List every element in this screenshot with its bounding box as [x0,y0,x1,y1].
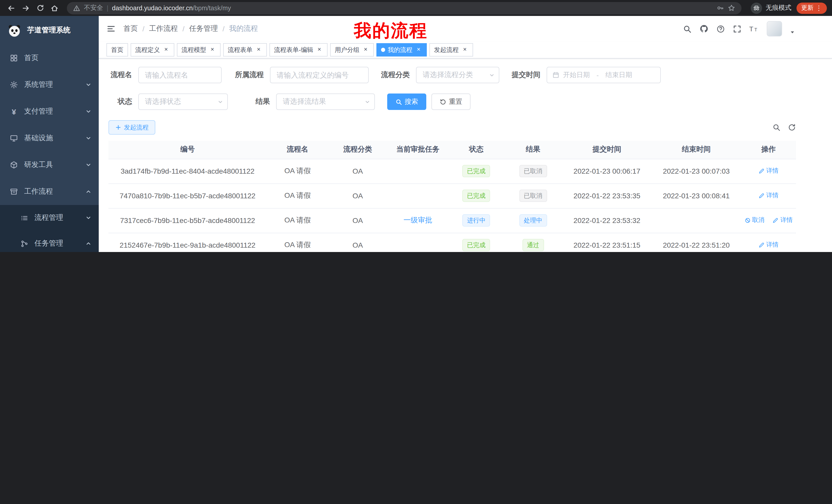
detail-action[interactable]: 详情 [758,191,779,200]
tab[interactable]: 发起流程 × [430,43,473,57]
close-icon[interactable]: × [162,46,170,53]
status-badge: 已完成 [463,239,490,251]
cell-end-time: 2022-01-22 23:51:20 [651,233,741,252]
close-icon[interactable]: × [255,46,262,53]
detail-action[interactable]: 详情 [758,241,779,249]
sidebar-item-workflow[interactable]: 工作流程 [0,178,99,205]
reload-icon[interactable] [34,2,46,14]
search-button[interactable]: 搜索 [387,93,426,110]
cell-submit-time: 2022-01-22 23:53:35 [562,184,652,208]
sidebar-item-process-mgmt[interactable]: 流程管理 [0,205,99,231]
search-icon [395,99,402,105]
forward-icon[interactable] [20,2,32,14]
breadcrumb-separator: / [183,25,185,33]
date-range-picker[interactable]: 开始日期 - 结束日期 [547,67,661,83]
update-button[interactable]: 更新 ⋮ [797,2,827,13]
close-icon[interactable]: × [209,46,216,53]
archive-icon [9,188,19,196]
show-search-icon[interactable] [772,123,781,132]
sidebar-item-payment[interactable]: ¥ 支付管理 [0,98,99,125]
tab[interactable]: 流程表单-编辑 × [269,43,328,57]
font-size-icon[interactable]: TT [749,24,759,33]
tab[interactable]: 我的流程 × [376,43,427,57]
sidebar-item-home[interactable]: 首页 [0,45,99,72]
caret-down-icon[interactable] [790,30,795,35]
cell-process-name: OA 请假 [267,208,329,233]
breadcrumb-item[interactable]: 工作流程 [149,24,178,33]
create-process-button[interactable]: 发起流程 [108,120,155,135]
home-icon[interactable] [48,2,61,14]
cell-category: OA [329,233,387,252]
cell-actions: 详情 [741,159,796,184]
process-table: 编号流程名流程分类当前审批任务状态结果提交时间结束时间操作 3ad174fb-7… [108,141,796,252]
tab[interactable]: 首页 [106,43,128,57]
sidebar-item-system[interactable]: 系统管理 [0,72,99,98]
tab[interactable]: 流程表单 × [223,43,267,57]
cell-end-time [651,208,741,233]
result-select[interactable]: 请选择流结果 [276,93,375,110]
url-text[interactable]: dashboard.yudao.iocoder.cn/bpm/task/my [112,4,231,11]
key-icon[interactable] [716,4,724,12]
detail-action[interactable]: 详情 [758,167,779,175]
close-icon[interactable]: × [362,46,369,53]
search-icon[interactable] [683,24,692,33]
sidebar-item-devtools[interactable]: 研发工具 [0,151,99,178]
table-row: 7470a810-7b9b-11ec-b5b7-acde48001122 OA … [108,184,796,208]
tab[interactable]: 用户分组 × [330,43,374,57]
help-icon[interactable] [716,24,725,33]
column-header: 编号 [108,141,267,159]
app-logo[interactable]: 芋道管理系统 [0,16,99,45]
edit-icon [758,168,765,174]
hamburger-icon[interactable] [106,24,116,33]
sidebar: 芋道管理系统 首页 系统管理 ¥ 支付管理 [0,16,99,252]
owner-process-input[interactable] [270,67,369,83]
refresh-table-icon[interactable] [788,123,796,132]
browser-chrome: 不安全 | dashboard.yudao.iocoder.cn/bpm/tas… [0,0,832,16]
tab[interactable]: 流程定义 × [131,43,174,57]
current-task-link[interactable]: 一级审批 [404,216,432,224]
breadcrumb-item[interactable]: 任务管理 [189,24,218,33]
back-icon[interactable] [5,2,18,14]
sidebar-menu: 首页 系统管理 ¥ 支付管理 基础设施 [0,45,99,252]
content: 流程名 所属流程 流程分类 请选择流程分类 [99,59,832,252]
monitor-icon [9,134,19,142]
category-select[interactable]: 请选择流程分类 [416,67,499,83]
chevron-down-icon [489,72,495,78]
tab[interactable]: 流程模型 × [177,43,220,57]
reset-button[interactable]: 重置 [432,93,470,110]
cell-end-time: 2022-01-23 00:08:41 [651,184,741,208]
plus-icon [115,124,121,131]
bookmark-star-icon[interactable] [728,4,735,12]
cell-submit-time: 2022-01-22 23:53:32 [562,208,652,233]
gear-icon [9,81,19,89]
close-icon[interactable]: × [415,46,422,53]
sidebar-item-task-mgmt[interactable]: 任务管理 [0,231,99,252]
result-label: 结果 [240,97,270,106]
column-header: 流程分类 [329,141,387,159]
browser-menu-icon[interactable]: ⋮ [815,4,822,12]
close-icon[interactable]: × [316,46,323,53]
edit-icon [758,242,765,248]
fullscreen-icon[interactable] [733,24,742,33]
column-header: 结果 [504,141,562,159]
breadcrumb-item[interactable]: 首页 [123,24,138,33]
address-bar[interactable]: 不安全 | dashboard.yudao.iocoder.cn/bpm/tas… [67,2,742,14]
cell-current-task [387,233,449,252]
owner-process-label: 所属流程 [234,71,264,80]
process-name-input[interactable] [138,67,222,83]
warning-icon[interactable] [73,4,80,11]
close-icon[interactable]: × [461,46,468,53]
start-date-placeholder: 开始日期 [563,71,590,80]
cancel-action[interactable]: 取消 [744,216,764,225]
end-date-placeholder: 结束日期 [605,71,632,80]
github-icon[interactable] [699,24,709,33]
sidebar-item-infra[interactable]: 基础设施 [0,125,99,151]
security-label[interactable]: 不安全 [84,4,103,12]
column-header: 流程名 [267,141,329,159]
result-badge: 已取消 [519,190,547,202]
avatar[interactable] [767,21,782,36]
cell-status: 已完成 [449,159,504,184]
detail-action[interactable]: 详情 [773,216,793,225]
status-select[interactable]: 请选择状态 [138,93,228,110]
column-header: 提交时间 [562,141,652,159]
